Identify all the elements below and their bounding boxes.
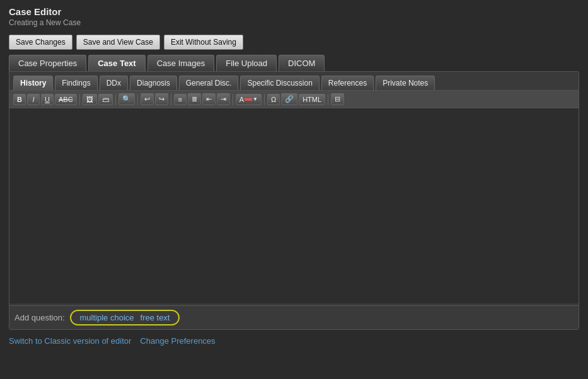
subtab-history[interactable]: History: [13, 76, 53, 90]
change-preferences-link[interactable]: Change Preferences: [140, 336, 215, 346]
font-color-label: A: [239, 96, 244, 103]
subtab-general-disc[interactable]: General Disc.: [179, 76, 239, 90]
outdent-button[interactable]: ⇤: [202, 93, 216, 105]
omega-button[interactable]: Ω: [267, 94, 280, 105]
subtab-findings[interactable]: Findings: [55, 76, 97, 90]
editor-text-area[interactable]: [9, 108, 579, 303]
tab-dicom[interactable]: DICOM: [279, 55, 325, 71]
save-changes-button[interactable]: Save Changes: [9, 35, 72, 50]
bold-button[interactable]: B: [13, 94, 26, 105]
color-dropdown-arrow: ▼: [253, 96, 258, 102]
toolbar-separator-1: [79, 94, 80, 105]
subtab-references[interactable]: References: [321, 76, 374, 90]
tab-file-upload[interactable]: File Upload: [216, 55, 277, 71]
image-button[interactable]: 🖼: [83, 94, 97, 105]
tab-case-text[interactable]: Case Text: [88, 55, 145, 71]
toolbar-separator-7: [328, 94, 328, 105]
underline-button[interactable]: U: [41, 94, 54, 105]
toolbar-separator-6: [264, 94, 265, 105]
page-subtitle: Creating a New Case: [9, 18, 579, 27]
html-button[interactable]: HTML: [299, 94, 325, 105]
toolbar-separator-2: [115, 94, 116, 105]
font-color-button[interactable]: A ▼: [236, 94, 262, 105]
unordered-list-button[interactable]: ≡: [174, 94, 187, 105]
undo-button[interactable]: ↩: [141, 93, 154, 105]
multiple-choice-link[interactable]: multiple choice: [80, 313, 134, 322]
toolbar-separator-5: [233, 94, 233, 105]
editor-format-toolbar: B I U ABC 🖼 🗃 🔍 ↩ ↪ ≡ ≣ ⇤ ⇥ A ▼ Ω 🔗 HTML…: [9, 91, 579, 108]
editor-container: History Findings DDx Diagnosis General D…: [9, 71, 579, 330]
free-text-link[interactable]: free text: [141, 313, 170, 322]
subtab-specific-discussion[interactable]: Specific Discussion: [240, 76, 319, 90]
subtab-private-notes[interactable]: Private Notes: [376, 76, 435, 90]
exit-button[interactable]: Exit Without Saving: [164, 35, 243, 50]
toolbar-separator-4: [171, 94, 171, 105]
subtab-diagnosis[interactable]: Diagnosis: [130, 76, 177, 90]
add-question-bar: Add question: multiple choice free text: [9, 305, 579, 329]
fullscreen-button[interactable]: ⊟: [331, 93, 344, 105]
save-view-button[interactable]: Save and View Case: [76, 35, 160, 50]
find-button[interactable]: 🔍: [118, 93, 135, 105]
toolbar-separator-3: [137, 94, 138, 105]
indent-button[interactable]: ⇥: [217, 93, 230, 105]
strikethrough-button[interactable]: ABC: [55, 94, 77, 105]
footer-links: Switch to Classic version of editor Chan…: [0, 330, 588, 352]
tab-case-properties[interactable]: Case Properties: [9, 55, 86, 71]
redo-button[interactable]: ↪: [155, 93, 168, 105]
sub-tab-bar: History Findings DDx Diagnosis General D…: [9, 72, 579, 91]
color-swatch: [245, 98, 252, 101]
switch-classic-link[interactable]: Switch to Classic version of editor: [9, 336, 131, 346]
tab-case-images[interactable]: Case Images: [147, 55, 215, 71]
main-toolbar: Save Changes Save and View Case Exit Wit…: [0, 31, 588, 55]
subtab-ddx[interactable]: DDx: [100, 76, 128, 90]
link-button[interactable]: 🔗: [281, 93, 297, 105]
main-tab-bar: Case Properties Case Text Case Images Fi…: [0, 55, 588, 71]
image2-button[interactable]: 🗃: [98, 94, 113, 105]
italic-button[interactable]: I: [27, 94, 40, 105]
add-question-label: Add question:: [14, 313, 65, 322]
page-title: Case Editor: [9, 6, 579, 17]
header: Case Editor Creating a New Case: [0, 0, 588, 31]
ordered-list-button[interactable]: ≣: [188, 93, 201, 105]
add-question-oval: multiple choice free text: [70, 310, 180, 325]
